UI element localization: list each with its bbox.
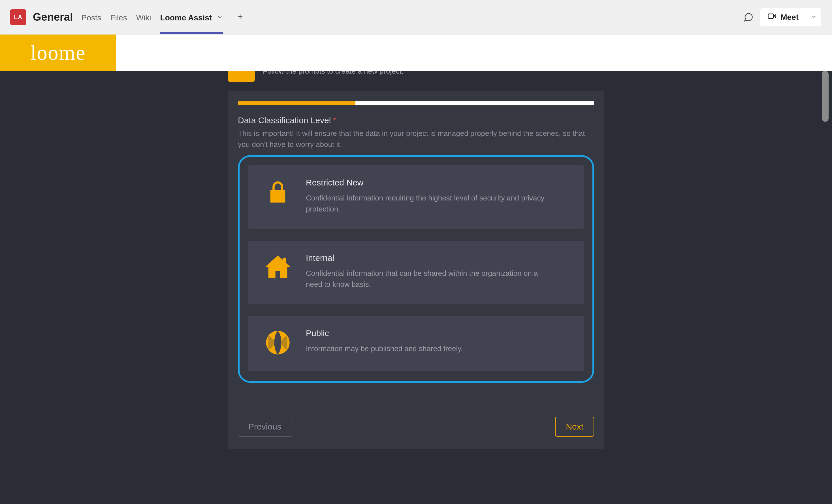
page-subtitle: Follow the prompts to create a new proje… [263, 71, 404, 76]
field-label-text: Data Classification Level [238, 115, 331, 125]
channel-avatar[interactable]: LA [10, 9, 26, 25]
form-card: Data Classification Level* This is impor… [228, 90, 604, 449]
option-internal[interactable]: Internal Confidential information that c… [248, 241, 584, 304]
previous-button[interactable]: Previous [238, 417, 292, 436]
page-header-icon [228, 71, 255, 82]
add-tab-button[interactable] [232, 11, 248, 23]
chat-icon[interactable] [743, 11, 754, 23]
main-content: Project Creation Follow the prompts to c… [0, 71, 832, 504]
option-public[interactable]: Public Information may be published and … [248, 316, 584, 371]
classification-options-highlight: Restricted New Confidential information … [238, 155, 594, 383]
lock-icon [262, 178, 293, 215]
teams-header: LA General Posts Files Wiki Loome Assist… [0, 0, 832, 34]
chevron-down-icon[interactable] [216, 13, 223, 22]
wizard-buttons: Previous Next [238, 417, 594, 436]
option-desc: Confidential information requiring the h… [306, 192, 555, 215]
video-icon [768, 11, 777, 23]
option-title: Restricted New [306, 178, 555, 187]
meet-dropdown-button[interactable] [806, 10, 822, 24]
progress-fill [238, 101, 356, 105]
option-desc: Information may be published and shared … [306, 343, 463, 354]
svg-marker-3 [774, 15, 776, 18]
loome-bar: loome [0, 34, 832, 71]
required-mark: * [333, 115, 336, 125]
field-label: Data Classification Level* [238, 115, 594, 125]
loome-logo[interactable]: loome [0, 34, 116, 71]
tab-loome-assist-label: Loome Assist [160, 13, 212, 22]
option-restricted[interactable]: Restricted New Confidential information … [248, 165, 584, 229]
option-title: Public [306, 328, 463, 338]
tab-files[interactable]: Files [110, 2, 127, 32]
field-help: This is important! It will ensure that t… [238, 128, 589, 150]
tabs: Posts Files Wiki Loome Assist [82, 2, 248, 32]
channel-title: General [33, 11, 73, 23]
header-actions: Meet [743, 8, 822, 26]
scrollbar-thumb[interactable] [822, 71, 829, 122]
progress-bar [238, 101, 594, 105]
svg-rect-2 [768, 14, 774, 19]
page-header: Project Creation Follow the prompts to c… [228, 71, 604, 90]
option-title: Internal [306, 253, 555, 263]
tab-loome-assist[interactable]: Loome Assist [160, 2, 223, 32]
meet-button[interactable]: Meet [760, 8, 806, 26]
globe-icon [262, 328, 293, 357]
meet-button-group: Meet [760, 8, 822, 26]
meet-label: Meet [780, 13, 799, 22]
option-desc: Confidential information that can be sha… [306, 268, 555, 290]
tab-wiki[interactable]: Wiki [136, 2, 151, 32]
content-card: Project Creation Follow the prompts to c… [228, 71, 604, 449]
next-button[interactable]: Next [555, 417, 594, 436]
home-icon [262, 253, 293, 290]
tab-posts[interactable]: Posts [82, 2, 101, 32]
